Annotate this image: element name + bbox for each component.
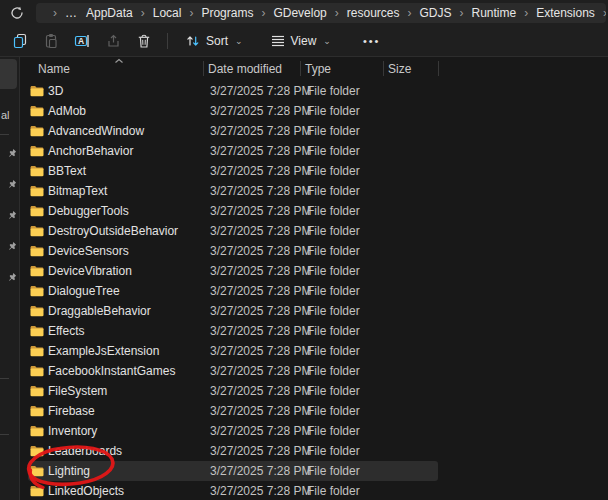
file-date-modified: 3/27/2025 7:28 PM <box>203 324 300 338</box>
breadcrumb-item-programs[interactable]: Programs <box>201 6 253 20</box>
file-row-linkedobjects[interactable]: LinkedObjects3/27/2025 7:28 PMFile folde… <box>28 481 438 500</box>
file-name: LinkedObjects <box>48 484 124 498</box>
file-row-3d[interactable]: 3D3/27/2025 7:28 PMFile folder <box>28 81 438 101</box>
breadcrumb-item-appdata[interactable]: AppData <box>86 6 133 20</box>
file-date-modified: 3/27/2025 7:28 PM <box>203 84 300 98</box>
pin-icon <box>7 241 17 251</box>
file-row-destroyoutsidebehavior[interactable]: DestroyOutsideBehavior3/27/2025 7:28 PMF… <box>28 221 438 241</box>
breadcrumb-overflow-button[interactable]: … <box>65 6 78 20</box>
file-name: Lighting <box>48 464 90 478</box>
column-header-date-modified[interactable]: Date modified <box>203 62 300 76</box>
column-header-type[interactable]: Type <box>300 62 383 76</box>
file-name: AdMob <box>48 104 86 118</box>
file-name: 3D <box>48 84 63 98</box>
breadcrumb-chevron-icon: › <box>603 7 606 19</box>
breadcrumb-item-runtime[interactable]: Runtime <box>471 6 516 20</box>
file-date-modified: 3/27/2025 7:28 PM <box>203 384 300 398</box>
folder-icon <box>30 145 44 157</box>
copy-button[interactable] <box>6 29 33 53</box>
toolbar-separator <box>167 33 168 49</box>
breadcrumb-chevron-icon: › <box>407 7 411 19</box>
file-name: Firebase <box>48 404 95 418</box>
file-date-modified: 3/27/2025 7:28 PM <box>203 404 300 418</box>
file-row-inventory[interactable]: Inventory3/27/2025 7:28 PMFile folder <box>28 421 438 441</box>
breadcrumb-item-extensions[interactable]: Extensions <box>536 6 595 20</box>
folder-icon <box>30 265 44 277</box>
breadcrumb-chevron-icon: › <box>189 7 193 19</box>
folder-icon <box>30 125 44 137</box>
breadcrumb-item-resources[interactable]: resources <box>347 6 400 20</box>
column-separator[interactable] <box>438 61 439 76</box>
file-type: File folder <box>300 264 383 278</box>
file-row-firebase[interactable]: Firebase3/27/2025 7:28 PMFile folder <box>28 401 438 421</box>
file-name: Leaderboards <box>48 444 122 458</box>
view-dropdown[interactable]: View ⌄ <box>263 29 339 53</box>
file-row-draggablebehavior[interactable]: DraggableBehavior3/27/2025 7:28 PMFile f… <box>28 301 438 321</box>
file-name: DeviceVibration <box>48 264 132 278</box>
file-date-modified: 3/27/2025 7:28 PM <box>203 204 300 218</box>
nav-partial-label: al <box>1 109 10 121</box>
file-row-examplejsextension[interactable]: ExampleJsExtension3/27/2025 7:28 PMFile … <box>28 341 438 361</box>
breadcrumb-chevron-icon: › <box>141 7 145 19</box>
column-header-name[interactable]: Name <box>20 62 203 76</box>
file-row-anchorbehavior[interactable]: AnchorBehavior3/27/2025 7:28 PMFile fold… <box>28 141 438 161</box>
pin-icon <box>7 272 17 282</box>
file-row-devicevibration[interactable]: DeviceVibration3/27/2025 7:28 PMFile fol… <box>28 261 438 281</box>
sort-label: Sort <box>206 34 228 48</box>
svg-text:A: A <box>78 36 84 46</box>
address-bar[interactable]: › … AppData›Local›Programs›GDevelop›reso… <box>36 3 606 23</box>
file-date-modified: 3/27/2025 7:28 PM <box>203 464 300 478</box>
nav-selected-item-fragment[interactable] <box>0 59 17 89</box>
file-type: File folder <box>300 464 383 478</box>
file-row-facebookinstantgames[interactable]: FacebookInstantGames3/27/2025 7:28 PMFil… <box>28 361 438 381</box>
column-separator[interactable] <box>203 61 204 76</box>
file-row-filesystem[interactable]: FileSystem3/27/2025 7:28 PMFile folder <box>28 381 438 401</box>
delete-button[interactable] <box>130 29 157 53</box>
file-type: File folder <box>300 104 383 118</box>
file-row-debuggertools[interactable]: DebuggerTools3/27/2025 7:28 PMFile folde… <box>28 201 438 221</box>
file-type: File folder <box>300 224 383 238</box>
file-type: File folder <box>300 324 383 338</box>
file-row-bitmaptext[interactable]: BitmapText3/27/2025 7:28 PMFile folder <box>28 181 438 201</box>
column-separator[interactable] <box>300 61 301 76</box>
see-more-button[interactable]: ••• <box>357 35 387 47</box>
file-name: ExampleJsExtension <box>48 344 159 358</box>
folder-icon <box>30 465 44 477</box>
file-row-admob[interactable]: AdMob3/27/2025 7:28 PMFile folder <box>28 101 438 121</box>
sort-dropdown[interactable]: Sort ⌄ <box>178 29 251 53</box>
file-type: File folder <box>300 484 383 498</box>
file-date-modified: 3/27/2025 7:28 PM <box>203 264 300 278</box>
file-list-pane: Name Date modified Type Size 3D3/27/2025… <box>20 57 608 500</box>
pin-icon <box>7 210 17 220</box>
file-type: File folder <box>300 344 383 358</box>
file-row-bbtext[interactable]: BBText3/27/2025 7:28 PMFile folder <box>28 161 438 181</box>
file-row-devicesensors[interactable]: DeviceSensors3/27/2025 7:28 PMFile folde… <box>28 241 438 261</box>
file-date-modified: 3/27/2025 7:28 PM <box>203 104 300 118</box>
file-row-lighting[interactable]: Lighting3/27/2025 7:28 PMFile folder <box>28 461 438 481</box>
breadcrumb-item-gdevelop[interactable]: GDevelop <box>273 6 326 20</box>
file-type: File folder <box>300 424 383 438</box>
folder-icon <box>30 445 44 457</box>
breadcrumb-item-local[interactable]: Local <box>153 6 182 20</box>
column-header-size[interactable]: Size <box>383 62 438 76</box>
file-type: File folder <box>300 124 383 138</box>
file-row-leaderboards[interactable]: Leaderboards3/27/2025 7:28 PMFile folder <box>28 441 438 461</box>
breadcrumb-chevron-icon: › <box>459 7 463 19</box>
pin-icon <box>7 148 17 158</box>
refresh-button[interactable] <box>3 2 31 24</box>
column-separator[interactable] <box>383 61 384 76</box>
breadcrumb-item-gdjs[interactable]: GDJS <box>419 6 451 20</box>
file-row-dialoguetree[interactable]: DialogueTree3/27/2025 7:28 PMFile folder <box>28 281 438 301</box>
folder-icon <box>30 245 44 257</box>
file-row-effects[interactable]: Effects3/27/2025 7:28 PMFile folder <box>28 321 438 341</box>
paste-button[interactable] <box>37 29 64 53</box>
file-date-modified: 3/27/2025 7:28 PM <box>203 344 300 358</box>
rename-button[interactable]: A <box>68 29 95 53</box>
share-icon <box>105 33 121 49</box>
file-explorer-window: › … AppData›Local›Programs›GDevelop›reso… <box>0 0 608 500</box>
file-date-modified: 3/27/2025 7:28 PM <box>203 164 300 178</box>
file-date-modified: 3/27/2025 7:28 PM <box>203 424 300 438</box>
share-button[interactable] <box>99 29 126 53</box>
file-row-advancedwindow[interactable]: AdvancedWindow3/27/2025 7:28 PMFile fold… <box>28 121 438 141</box>
file-name: DestroyOutsideBehavior <box>48 224 178 238</box>
